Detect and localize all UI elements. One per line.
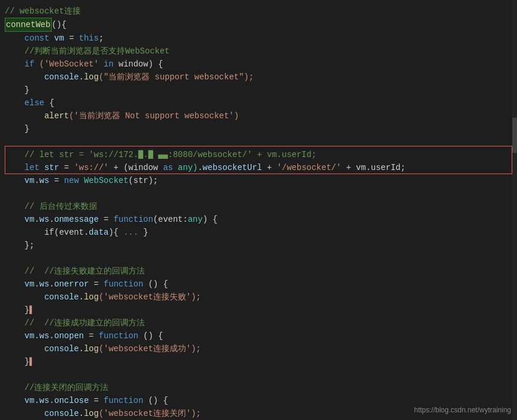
code-line: if(event.data){ ... }	[0, 226, 517, 239]
code-line: vm.ws.onmessage = function(event:any) {	[0, 213, 517, 226]
code-token: vm	[5, 213, 34, 226]
code-token: .	[79, 71, 84, 84]
code-token: ('websocket连接失败');	[99, 291, 201, 304]
code-token: let	[5, 161, 44, 174]
code-token: (str);	[128, 174, 158, 187]
code-token: ▌	[29, 355, 34, 368]
code-token: ("当前浏览器 support websocket");	[99, 71, 254, 84]
code-token: ('WebSocket'	[39, 58, 104, 71]
code-token: {	[49, 96, 54, 109]
code-token: // 后台传过来数据	[5, 200, 97, 213]
code-token: =	[89, 329, 99, 342]
code-token: ;	[99, 32, 104, 45]
code-token: log	[84, 71, 98, 84]
code-line: if ('WebSocket' in window) {	[0, 58, 517, 71]
code-token: vm	[5, 278, 34, 291]
code-token: .onclose	[49, 394, 94, 407]
code-token: ws	[39, 329, 49, 342]
code-token: }	[143, 226, 148, 239]
code-token: console	[5, 342, 79, 355]
code-token: const	[5, 32, 54, 45]
code-token: function	[104, 394, 148, 407]
code-token: };	[5, 239, 34, 252]
code-token: ('websocket连接关闭');	[99, 407, 201, 420]
code-token: .	[34, 394, 39, 407]
code-token: █	[148, 148, 153, 161]
code-token	[153, 148, 158, 161]
code-line	[0, 368, 517, 381]
code-line: let str = 'ws://' + (window as any).webs…	[0, 161, 517, 174]
code-line	[0, 135, 517, 148]
code-line: else {	[0, 96, 517, 109]
code-token: =	[64, 161, 74, 174]
code-block: // websocket连接connetWeb(){ const vm = th…	[0, 5, 517, 420]
code-token: .	[79, 342, 84, 355]
code-token: log	[84, 342, 98, 355]
code-token: connetWeb	[5, 18, 52, 32]
code-token: .	[79, 407, 84, 420]
code-token: ('websocket连接成功');	[99, 342, 201, 355]
scrollbar[interactable]	[512, 0, 517, 420]
code-line: };	[0, 239, 517, 252]
code-line: console.log("当前浏览器 support websocket");	[0, 71, 517, 84]
code-token: :8080/websocket/' + vm.userId;	[168, 148, 316, 161]
code-line: alert('当前浏览器 Not support websocket')	[0, 109, 517, 122]
code-line: vm.ws.onerror = function () {	[0, 278, 517, 291]
code-token: }	[5, 355, 29, 368]
code-token: }	[5, 304, 29, 316]
code-token: //判断当前浏览器是否支持WebSocket	[5, 45, 170, 58]
code-token: console	[5, 71, 79, 84]
code-token: () {	[148, 278, 168, 291]
code-line: //判断当前浏览器是否支持WebSocket	[0, 45, 517, 58]
code-token: any	[188, 213, 203, 226]
code-token: ('当前浏览器 Not support websocket')	[69, 109, 238, 122]
code-token: //连接关闭的回调方法	[5, 381, 108, 394]
code-token: .	[79, 291, 84, 304]
code-line: // websocket连接	[0, 5, 517, 18]
code-token: █	[138, 148, 143, 161]
code-line: //连接关闭的回调方法	[0, 381, 517, 394]
code-token: .	[34, 213, 39, 226]
code-token: .onopen	[49, 329, 89, 342]
code-token: () {	[143, 329, 163, 342]
code-line: vm.ws = new WebSocket(str);	[0, 174, 517, 187]
code-token: ) {	[203, 213, 217, 226]
code-token: 'ws://'	[74, 161, 114, 174]
code-token: =	[94, 278, 104, 291]
code-token: in	[104, 58, 118, 71]
code-line: }	[0, 84, 517, 96]
code-token: ){	[108, 226, 123, 239]
code-token: console	[5, 291, 79, 304]
code-token: }	[5, 84, 29, 96]
code-token: // //连接成功建立的回调方法	[5, 316, 145, 329]
code-token: =	[94, 394, 104, 407]
code-line: // 后台传过来数据	[0, 200, 517, 213]
code-line: }	[0, 122, 517, 135]
code-token: WebSocket	[84, 174, 128, 187]
code-token: '/websocket/'	[277, 161, 346, 174]
code-token: () {	[148, 394, 168, 407]
code-token: ws	[39, 278, 49, 291]
code-token: (){	[52, 18, 67, 31]
code-token: console	[5, 407, 79, 420]
code-line: const vm = this;	[0, 32, 517, 45]
code-token: new	[64, 174, 84, 187]
code-token: +	[114, 161, 124, 174]
code-line: vm.ws.onclose = function () {	[0, 394, 517, 407]
code-line	[0, 252, 517, 265]
code-line: connetWeb(){	[0, 18, 517, 32]
code-token: .	[34, 174, 39, 187]
code-token: =	[54, 174, 64, 187]
code-token: .	[143, 148, 148, 161]
code-line: // //连接失败建立的回调方法	[0, 265, 517, 278]
code-token: .onerror	[49, 278, 94, 291]
code-token: if(event.	[5, 226, 89, 239]
code-container: // websocket连接connetWeb(){ const vm = th…	[0, 0, 517, 420]
code-token: }	[5, 122, 29, 135]
code-token: function	[104, 278, 148, 291]
scrollbar-thumb[interactable]	[512, 118, 517, 153]
code-token: =	[104, 213, 114, 226]
code-line	[0, 187, 517, 200]
code-token: data	[89, 226, 109, 239]
code-token: vm	[5, 394, 34, 407]
